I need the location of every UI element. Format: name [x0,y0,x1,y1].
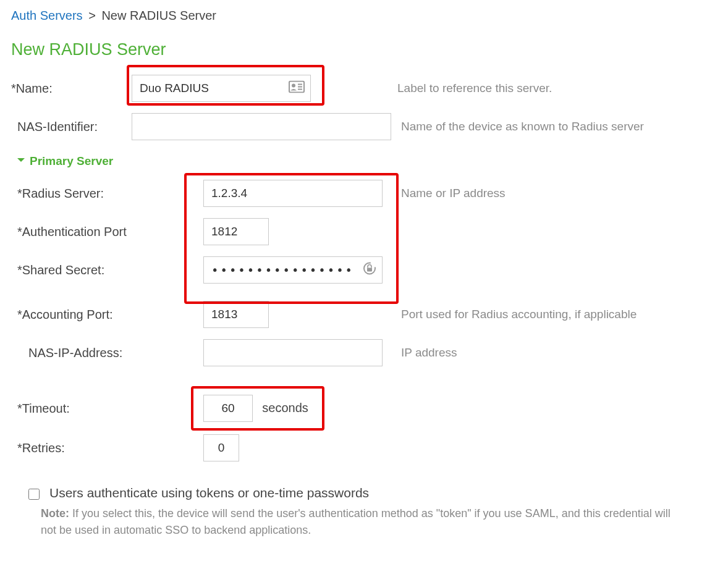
breadcrumb-current: New RADIUS Server [101,9,216,22]
label-name: *Name: [11,82,132,96]
breadcrumb-separator: > [88,9,96,22]
hint-nas-identifier: Name of the device as known to Radius se… [397,120,644,133]
row-nas-identifier: NAS-Identifier: Name of the device as kn… [11,110,717,143]
svg-point-1 [292,84,295,88]
nas-ip-field[interactable] [203,339,383,366]
auth-port-field[interactable] [203,218,269,245]
token-auth-checkbox[interactable] [28,489,40,500]
input-col-shared-secret [193,256,397,284]
input-col-auth-port [193,218,397,245]
input-col-timeout: seconds [193,395,342,422]
primary-server-block: *Radius Server: Name or IP address *Auth… [11,177,717,465]
row-timeout: *Timeout: seconds [11,392,717,425]
label-auth-port: *Authentication Port [11,225,193,239]
lock-refresh-icon [363,262,376,279]
token-auth-note: Note: If you select this, the device wil… [41,505,671,539]
hint-accounting-port: Port used for Radius accounting, if appl… [397,308,637,321]
row-name: *Name: Label to reference this server. [11,72,717,105]
label-nas-identifier: NAS-Identifier: [11,120,132,134]
hint-radius-server: Name or IP address [397,187,506,200]
input-col-nas-ip [193,339,397,366]
label-nas-ip: NAS-IP-Address: [11,346,193,360]
page-container: Auth Servers > New RADIUS Server New RAD… [11,9,717,539]
input-col-name [132,75,342,102]
row-auth-port: *Authentication Port [11,215,717,248]
label-shared-secret: *Shared Secret: [11,263,193,277]
page-title: New RADIUS Server [11,40,717,59]
note-text: If you select this, the device will send… [41,507,671,536]
nas-identifier-field[interactable] [132,113,391,140]
row-token-auth-checkbox: Users authenticate using tokens or one-t… [28,486,717,500]
input-col-radius-server [193,180,397,207]
input-col-accounting-port [193,301,397,328]
label-accounting-port: *Accounting Port: [11,308,193,322]
note-prefix: Note: [41,507,69,520]
breadcrumb-link-auth-servers[interactable]: Auth Servers [11,9,83,22]
hint-nas-ip: IP address [397,346,457,360]
label-timeout: *Timeout: [11,402,193,416]
row-retries: *Retries: [11,431,717,465]
input-col-retries [193,434,397,461]
retries-field[interactable] [203,434,239,461]
label-radius-server: *Radius Server: [11,187,193,201]
section-title-primary: Primary Server [30,154,113,168]
breadcrumb: Auth Servers > New RADIUS Server [11,9,717,23]
hint-name: Label to reference this server. [342,82,552,95]
chevron-down-icon [16,154,26,168]
input-col-nas-identifier [132,113,397,140]
timeout-unit: seconds [262,401,308,415]
radius-server-field[interactable] [203,180,383,207]
label-retries: *Retries: [11,441,193,455]
svg-rect-6 [367,268,372,272]
id-card-icon [289,81,305,96]
name-field[interactable] [132,75,311,102]
row-radius-server: *Radius Server: Name or IP address [11,177,717,210]
section-header-primary-server[interactable]: Primary Server [16,154,717,168]
accounting-port-field[interactable] [203,301,269,328]
shared-secret-field[interactable] [203,256,383,284]
row-accounting-port: *Accounting Port: Port used for Radius a… [11,298,717,331]
token-auth-label: Users authenticate using tokens or one-t… [49,486,369,500]
row-nas-ip: NAS-IP-Address: IP address [11,336,717,369]
row-shared-secret: *Shared Secret: [11,253,717,287]
timeout-field[interactable] [203,395,253,422]
